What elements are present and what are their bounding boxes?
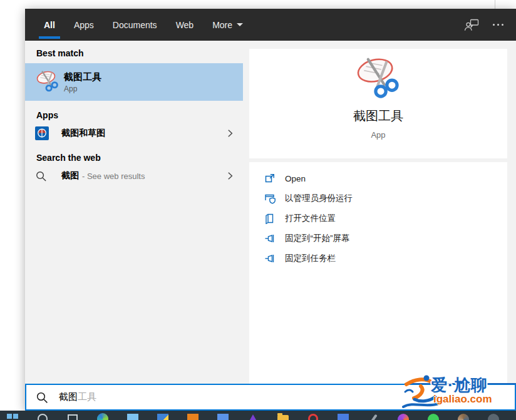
- action-label: 打开文件位置: [285, 213, 336, 224]
- desktop: All Apps Documents Web More: [0, 0, 516, 420]
- action-pin-to-taskbar[interactable]: 固定到任务栏: [249, 248, 507, 269]
- snipping-tool-icon: [354, 55, 403, 100]
- web-query: 截图: [61, 170, 79, 182]
- header-actions: [464, 19, 516, 31]
- web-suffix: - See web results: [82, 172, 145, 181]
- search-icon: [36, 391, 48, 404]
- result-title: 截图和草图: [61, 128, 105, 139]
- search-icon: [35, 170, 50, 182]
- tab-more-label: More: [212, 20, 232, 30]
- task-view-icon[interactable]: [65, 412, 80, 420]
- pen-icon[interactable]: [366, 412, 381, 420]
- start-search-flyout: All Apps Documents Web More: [25, 9, 516, 411]
- preview-panel: 截图工具 App Open: [243, 41, 516, 384]
- green-app-icon[interactable]: [426, 412, 441, 420]
- tab-apps-label: Apps: [74, 20, 94, 30]
- opera-icon[interactable]: [306, 412, 321, 420]
- color-wheel-icon[interactable]: [396, 412, 411, 420]
- search-icon[interactable]: [35, 412, 50, 420]
- app-preview-card: 截图工具 App: [249, 49, 507, 158]
- search-typed-text: 截图: [59, 391, 78, 403]
- feedback-icon[interactable]: [464, 19, 479, 31]
- tab-all[interactable]: All: [43, 9, 56, 41]
- snip-sketch-icon: [35, 126, 50, 140]
- file-explorer-icon[interactable]: [276, 412, 291, 420]
- ellipsis-icon[interactable]: [493, 24, 503, 26]
- best-match-result[interactable]: 截图工具 App: [25, 63, 243, 101]
- action-label: 固定到“开始”屏幕: [285, 233, 350, 244]
- file-location-icon: [264, 213, 276, 224]
- search-filter-bar: All Apps Documents Web More: [25, 9, 516, 41]
- action-open-file-location[interactable]: 打开文件位置: [249, 208, 507, 228]
- photos-icon[interactable]: [125, 412, 140, 420]
- action-list: Open 以管理员身份运行: [249, 162, 507, 384]
- snipping-tool-icon: [35, 69, 60, 95]
- action-label: Open: [285, 174, 306, 183]
- action-label: 固定到任务栏: [285, 253, 336, 264]
- apps-heading: Apps: [25, 109, 243, 121]
- best-match-subtitle: App: [64, 85, 101, 93]
- tab-web[interactable]: Web: [175, 9, 195, 41]
- tab-web-label: Web: [176, 20, 194, 30]
- account-icon[interactable]: [185, 412, 200, 420]
- taskbar: [0, 411, 516, 420]
- tab-apps[interactable]: Apps: [73, 9, 95, 41]
- mail-icon[interactable]: [155, 412, 170, 420]
- tab-documents[interactable]: Documents: [111, 9, 158, 41]
- chevron-right-icon[interactable]: [226, 172, 234, 180]
- app-title: 截图工具: [249, 108, 507, 125]
- background-window-edge: [495, 0, 495, 9]
- media-icon[interactable]: [245, 412, 261, 420]
- avatar-icon[interactable]: [456, 412, 471, 420]
- app-subtitle: App: [249, 130, 507, 140]
- windows-logo-icon[interactable]: [5, 412, 20, 420]
- action-pin-to-start[interactable]: 固定到“开始”屏幕: [249, 228, 507, 248]
- result-snip-sketch[interactable]: 截图和草图: [25, 123, 243, 143]
- search-suggestion-text: 工具: [78, 391, 96, 403]
- run-as-admin-icon: [264, 193, 276, 205]
- web-search-result[interactable]: 截图 - See web results: [25, 166, 243, 186]
- edge-icon[interactable]: [95, 412, 110, 420]
- sogou-icon[interactable]: [215, 412, 230, 420]
- pin-icon: [264, 233, 276, 244]
- search-input[interactable]: 截图 工具: [25, 384, 516, 411]
- best-match-heading: Best match: [25, 47, 243, 59]
- tab-all-label: All: [44, 20, 55, 30]
- chevron-right-icon[interactable]: [226, 129, 234, 138]
- pin-icon: [264, 253, 276, 264]
- action-open[interactable]: Open: [249, 168, 507, 188]
- results-panel: Best match: [25, 41, 243, 384]
- chevron-down-icon: [237, 23, 243, 26]
- action-run-as-admin[interactable]: 以管理员身份运行: [249, 188, 507, 208]
- action-label: 以管理员身份运行: [285, 193, 353, 204]
- tab-documents-label: Documents: [113, 20, 157, 30]
- best-match-title: 截图工具: [64, 71, 101, 83]
- open-icon: [264, 173, 276, 184]
- xshell-icon[interactable]: [336, 412, 351, 420]
- tab-more[interactable]: More: [211, 9, 244, 41]
- settings-icon[interactable]: [486, 412, 501, 420]
- search-web-heading: Search the web: [25, 151, 243, 164]
